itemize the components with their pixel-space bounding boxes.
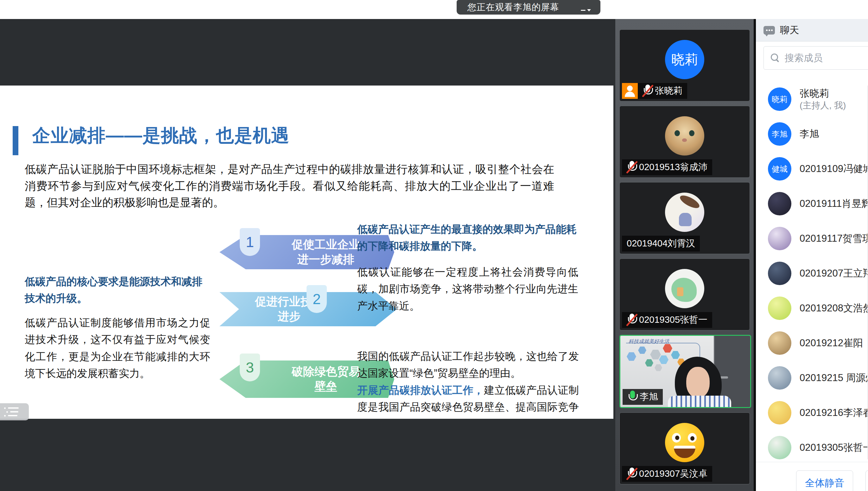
participant-tile[interactable]: 晓莉张晓莉 [620,29,750,102]
member-list-item[interactable]: 02019216李泽春 [756,395,868,430]
hexagon-icon [638,347,646,354]
mic-muted-icon [642,84,653,97]
screen-share-view: 企业减排——是挑战，也是机遇 低碳产品认证脱胎于中国环境标志框架，是对产品生产过… [0,19,615,491]
member-name: 02019215 周源灿 [800,372,868,384]
participant-tile[interactable]: 科技成就美好生活李旭 [620,335,751,408]
member-name: 02019216李泽春 [800,407,868,419]
participant-name: 李旭 [640,391,658,403]
hexagon-icon [627,352,636,361]
member-name: 02019117贺雪琪 [800,232,868,245]
slide-thumbnails-toggle[interactable] [0,403,29,421]
member-list-item[interactable]: 李旭李旭 [756,117,868,151]
member-list-item[interactable]: 健城02019109冯健城 [756,151,868,186]
participant-label: 02019404刘霄汉 [622,236,700,252]
avatar [665,269,704,308]
member-list-item[interactable]: 晓莉张晓莉(主持人, 我) [756,82,868,117]
avatar: 晓莉 [665,40,704,79]
mute-all-button[interactable]: 全体静音 [796,470,853,491]
slide-title: 企业减排——是挑战，也是机遇 [32,123,290,148]
viewer-banner: 您正在观看李旭的屏幕 [457,0,600,15]
participant-tile[interactable]: 02019513翁成沛 [620,106,750,178]
avatar [768,192,791,215]
process-arrow-1-number: 1 [240,228,260,256]
member-list-item[interactable]: 02019212崔阳 [756,326,868,360]
girl-avatar-icon [665,193,704,232]
viewer-banner-text: 您正在观看李旭的屏幕 [468,1,559,13]
participant-name: 02019307吴汶卓 [639,467,708,480]
chat-panel-header: 聊天 [756,19,868,41]
avatar [768,401,791,425]
list-icon [4,407,29,409]
menu-icon[interactable] [567,0,592,29]
participant-tile[interactable]: 02019307吴汶卓 [620,412,750,484]
participant-name: 02019305张哲一 [639,314,708,326]
right-top-body: 低碳认证能够在一定程度上将社会消费导向低碳，加剧市场竞争，这将带动整个行业向先进… [357,264,578,314]
avatar: 健城 [768,157,791,180]
avatar [768,331,791,355]
person-face [686,367,710,398]
member-name: 李旭 [800,128,819,140]
slide-intro-paragraph: 低碳产品认证脱胎于中国环境标志框架，是对产品生产过程中的碳排放量进行核算和认证，… [25,161,554,211]
member-list-item[interactable]: 02019305张哲一 [756,430,868,465]
participant-strip: 晓莉张晓莉02019513翁成沛02019404刘霄汉02019305张哲一科技… [615,19,754,491]
more-button[interactable] [865,470,868,491]
hexagon-icon [645,359,653,367]
hexagon-icon [671,351,680,359]
participant-label: 02019305张哲一 [622,312,712,328]
hexagon-icon [659,355,668,364]
member-list-item[interactable]: 02019207王立翔 [756,256,868,291]
name-label: 02019305张哲一 [622,312,712,328]
member-list-item[interactable]: 02019208文浩然 [756,291,868,326]
mic-on-icon [627,390,637,404]
name-label: 张晓莉 [638,83,687,99]
panel-footer: 全体静音 [756,462,868,491]
avatar [768,262,791,285]
participant-name: 02019404刘霄汉 [627,237,695,250]
chat-bubble-icon [764,26,775,34]
member-list-item[interactable]: 02019215 周源灿 [756,360,868,395]
search-placeholder: 搜索成员 [785,52,823,65]
avatar [665,193,704,232]
avatar [768,436,791,459]
participant-label: 02019307吴汶卓 [622,466,712,482]
member-name: 02019305张哲一 [800,441,868,454]
person-shirt [668,396,731,408]
chat-panel-title: 聊天 [780,24,799,37]
hexagon-icon [655,364,662,371]
host-icon [622,83,638,99]
participant-name: 张晓莉 [655,85,682,97]
title-accent-bar [13,126,18,155]
process-arrow-2-number: 2 [306,285,327,313]
mic-muted-icon [627,161,637,174]
participant-label: 02019513翁成沛 [622,159,712,175]
member-name: 02019111肖昱辉 [800,198,868,210]
member-list-item[interactable]: 02019117贺雪琪 [756,221,868,256]
process-arrow-3-number: 3 [240,353,260,381]
avatar [665,423,704,462]
mic-muted-icon [627,313,637,326]
participant-label: 张晓莉 [622,83,687,99]
member-role: (主持人, 我) [800,100,846,111]
member-list-item[interactable]: 02019111肖昱辉 [756,186,868,221]
avatar: 李旭 [768,122,791,146]
participant-tile[interactable]: 02019404刘霄汉 [620,182,750,254]
avatar [665,116,704,155]
dino-avatar-icon [665,269,704,308]
name-label: 02019513翁成沛 [622,159,712,175]
avatar [768,296,791,320]
chat-panel: 聊天 搜索成员 晓莉张晓莉(主持人, 我)李旭李旭健城02019109冯健城02… [754,19,868,491]
right-bottom-paragraph: 我国的低碳产品认证工作起步较晚，这也给了发达国家设置“绿色”贸易壁垒的理由。 开… [357,348,579,419]
member-name: 02019109冯健城 [800,163,868,175]
avatar: 晓莉 [768,87,791,111]
mic-muted-icon [627,467,637,481]
avatar [768,227,791,250]
search-input[interactable]: 搜索成员 [764,46,868,70]
left-headline: 低碳产品的核心要求是能源技术和减排技术的升级。 [25,273,209,307]
presentation-slide: 企业减排——是挑战，也是机遇 低碳产品认证脱胎于中国环境标志框架，是对产品生产过… [0,86,613,419]
participant-tile[interactable]: 02019305张哲一 [620,259,750,330]
name-label: 02019404刘霄汉 [622,236,700,252]
participant-name: 02019513翁成沛 [639,161,708,174]
member-name: 02019208文浩然 [800,302,868,315]
wall-slogan: 科技成就美好生活 [629,338,669,345]
right-top-headline: 低碳产品认证产生的最直接的效果即为产品能耗的下降和碳排放量的下降。 [357,221,579,255]
